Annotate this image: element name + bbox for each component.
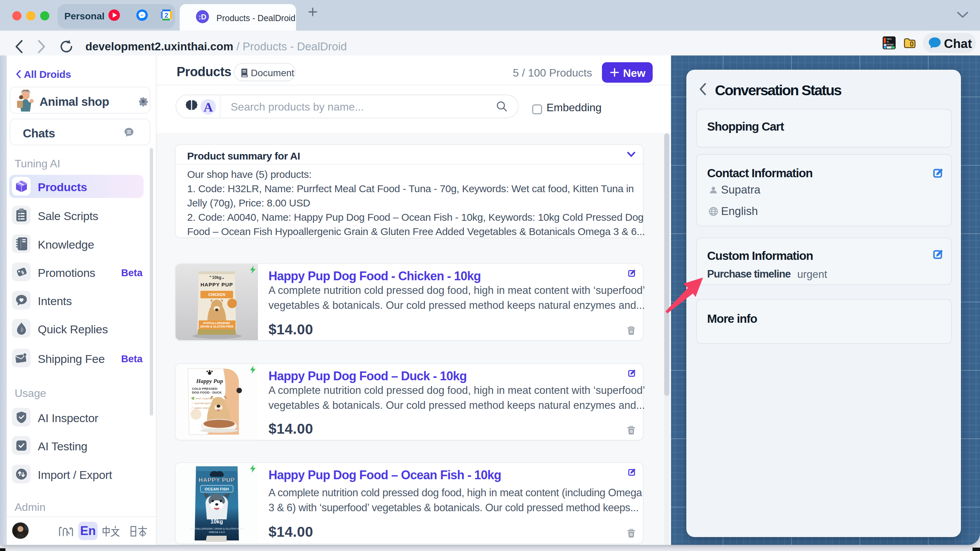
svg-text:HAPPY PUP: HAPPY PUP: [199, 477, 235, 483]
svg-text:HAPPY PUP: HAPPY PUP: [200, 282, 233, 287]
svg-text:Happy Pup: Happy Pup: [196, 378, 223, 384]
svg-text:design: design: [887, 43, 894, 46]
svg-text::D: :D: [199, 13, 207, 21]
svg-text:GRAIN & GLUTEN FREE: GRAIN & GLUTEN FREE: [200, 325, 234, 328]
svg-text:DOG FOOD - DUCK: DOG FOOD - DUCK: [192, 391, 222, 394]
svg-text:to.: to.: [887, 40, 889, 43]
svg-text:CHICKEN: CHICKEN: [208, 292, 225, 297]
svg-text:COLD PRESSED: COLD PRESSED: [192, 387, 218, 391]
svg-text:OCEAN FISH: OCEAN FISH: [205, 487, 229, 491]
svg-text:HYPOALLERGENIC: HYPOALLERGENIC: [203, 321, 230, 325]
svg-text:2: 2: [164, 11, 168, 19]
svg-text:HYPOALLERGENIC GRAIN & GLUTEN: HYPOALLERGENIC GRAIN & GLUTEN FREE: [190, 527, 243, 530]
svg-text:OMEGA 3 & 6: OMEGA 3 & 6: [208, 530, 224, 534]
svg-text:html.: html.: [887, 38, 892, 40]
svg-text:⌃10kg⌄: ⌃10kg⌄: [208, 275, 224, 280]
svg-text:10kg: 10kg: [211, 519, 223, 524]
svg-text:✓ hypoallergenic: ✓ hypoallergenic: [191, 402, 212, 405]
